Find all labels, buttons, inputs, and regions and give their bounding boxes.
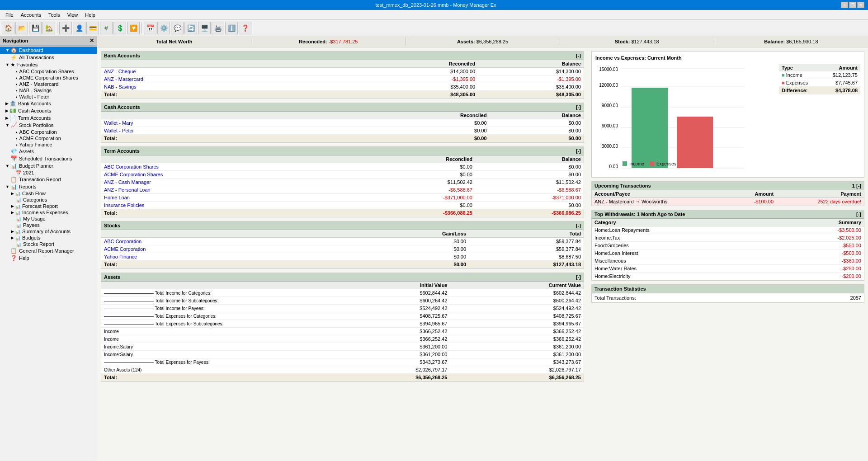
withdrawal-summary: -$550.00 [775, 242, 864, 249]
nav-item-summary-accounts[interactable]: ▶ 📊 Summary of Accounts [0, 228, 97, 235]
close-button[interactable]: ✕ [857, 2, 864, 8]
toolbar-notes-btn[interactable]: 💬 [171, 22, 184, 34]
menu-view[interactable]: View [64, 11, 82, 19]
nav-item-stocks-report[interactable]: 📊 Stocks Report [0, 241, 97, 247]
nav-item-reports[interactable]: ▼ 📊 Reports [0, 183, 97, 190]
nav-item-general-report[interactable]: 📋 General Report Manager [0, 247, 97, 254]
nav-item-help[interactable]: ❓ Help [0, 254, 97, 262]
stocks-header: Stocks [-] [101, 221, 584, 230]
nav-item-nab-savings[interactable]: ▪ NAB - Savings [0, 87, 97, 94]
nav-item-anz-mastercard[interactable]: ▪ ANZ - Mastercard [0, 81, 97, 87]
toolbar-filter-btn[interactable]: 🔽 [127, 22, 140, 34]
withdrawals-row: Income:Tax -$2,025.00 [592, 234, 864, 242]
minimize-button[interactable]: − [841, 2, 848, 8]
nav-label-wallet-peter: Wallet - Peter [19, 94, 49, 99]
cash-account-link[interactable]: Wallet - Peter [104, 128, 134, 133]
toolbar-home2-btn[interactable]: 🏡 [42, 22, 55, 34]
nav-item-income-vs-expenses[interactable]: ▶ 📊 Income vs Expenses [0, 209, 97, 216]
menu-tools[interactable]: Tools [45, 11, 64, 19]
nav-item-cash-flow[interactable]: ▶ 📊 Cash Flow [0, 190, 97, 197]
cash-account-link[interactable]: Wallet - Mary [104, 120, 133, 126]
nav-item-assets[interactable]: 💎 Assets [0, 148, 97, 155]
nav-item-transaction-report[interactable]: 📋 Transaction Report [0, 176, 97, 183]
list-icon-3: ▪ [16, 82, 18, 87]
term-accounts-collapse[interactable]: [-] [576, 148, 581, 154]
restore-button[interactable]: ❐ [849, 2, 856, 8]
stats-total-label: Total Transactions: [594, 295, 636, 301]
bank-accounts-collapse[interactable]: [-] [576, 53, 581, 58]
nav-item-stock-portfolios[interactable]: ▼ 📈 Stock Portfolios [0, 122, 97, 129]
nav-item-scheduled[interactable]: 📅 Scheduled Transactions [0, 155, 97, 162]
stocks-collapse[interactable]: [-] [576, 223, 581, 228]
toolbar-open-btn[interactable]: 📂 [15, 22, 28, 34]
nav-label-assets: Assets [19, 149, 34, 154]
nav-item-dashboard[interactable]: ▼ 🏠 Dashboard [0, 47, 97, 54]
nav-item-acme-corp[interactable]: ▪ ACME Corporation [0, 135, 97, 141]
report-icon: 📋 [10, 176, 17, 183]
nav-item-abc-corp-shares[interactable]: ▪ ABC Corporation Shares [0, 68, 97, 75]
nav-item-budget-planner[interactable]: ▼ 📊 Budget Planner [0, 162, 97, 169]
toolbar-user-btn[interactable]: 👤 [73, 22, 85, 34]
menu-bar: File Accounts Tools View Help [0, 10, 868, 20]
toolbar-categories-btn[interactable]: # [100, 22, 113, 34]
term-account-link[interactable]: ANZ - Cash Manager [104, 179, 151, 185]
nav-item-cash-accounts[interactable]: ▶ 💵 Cash Accounts [0, 107, 97, 114]
stocks-link[interactable]: Yahoo Finance [104, 254, 137, 259]
stocks-link[interactable]: ABC Corporation [104, 239, 142, 244]
term-account-link[interactable]: ANZ - Personal Loan [104, 187, 151, 193]
nav-item-forecast-report[interactable]: ▶ 📊 Forecast Report [0, 203, 97, 209]
nav-item-yahoo-finance[interactable]: ▪ Yahoo Finance [0, 141, 97, 148]
nav-item-wallet-peter[interactable]: ▪ Wallet - Peter [0, 94, 97, 100]
summary-net-worth: Total Net Worth [97, 38, 251, 45]
nav-arrow-bank: ▶ [5, 101, 9, 106]
toolbar-scheduled-btn[interactable]: 📅 [144, 22, 156, 34]
nav-close-btn[interactable]: ✕ [90, 38, 94, 44]
term-account-link[interactable]: ABC Corporation Shares [104, 164, 159, 169]
bank-accounts-data: Reconciled Balance ANZ - Cheque $14,300.… [101, 60, 584, 99]
nav-label-forecast-report: Forecast Report [22, 203, 58, 209]
nav-item-my-usage[interactable]: 📊 My Usage [0, 216, 97, 222]
term-account-link[interactable]: ACME Corporation Shares [104, 172, 163, 177]
nav-item-bank-accounts[interactable]: ▶ 🏦 Bank Accounts [0, 100, 97, 107]
nav-item-abc-corp[interactable]: ▪ ABC Corporation [0, 129, 97, 135]
term-account-link[interactable]: Insurance Policies [104, 202, 144, 208]
nav-item-payees[interactable]: 📊 Payees [0, 222, 97, 228]
withdrawals-collapse[interactable]: [-] [856, 212, 861, 217]
nav-item-acme-corp-shares[interactable]: ▪ ACME Corporation Shares [0, 75, 97, 81]
nav-item-budgets[interactable]: ▶ 📊 Budgets [0, 235, 97, 241]
svg-text:12000.00: 12000.00 [599, 83, 618, 88]
menu-help[interactable]: Help [81, 11, 99, 19]
term-account-link[interactable]: Home Loan [104, 195, 130, 200]
toolbar-transfer-btn[interactable]: 💳 [86, 22, 99, 34]
stocks-link[interactable]: ACME Corporation [104, 246, 146, 252]
menu-file[interactable]: File [2, 11, 17, 19]
menu-accounts[interactable]: Accounts [17, 11, 45, 19]
nav-item-2021[interactable]: 📅 2021 [0, 169, 97, 176]
withdrawals-row: Home:Loan Repayments -$3,500.00 [592, 226, 864, 234]
stock-icon: 📈 [10, 122, 17, 128]
toolbar-monitor-btn[interactable]: 🖥️ [198, 22, 211, 34]
upcoming-collapse[interactable]: [-] [856, 183, 861, 188]
assets-collapse[interactable]: [-] [576, 274, 581, 280]
toolbar-print-btn[interactable]: 🖨️ [212, 22, 224, 34]
toolbar-help-btn[interactable]: ❓ [239, 22, 251, 34]
toolbar-currency-btn[interactable]: 💲 [113, 22, 126, 34]
bank-account-link[interactable]: ANZ - Cheque [104, 69, 136, 74]
bank-account-link[interactable]: NAB - Savings [104, 84, 137, 89]
withdrawal-category: Home:Electricity [592, 273, 775, 280]
bank-account-link[interactable]: ANZ - Mastercard [104, 76, 143, 82]
toolbar-new-btn[interactable]: ➕ [59, 22, 72, 34]
nav-item-categories[interactable]: 📊 Categories [0, 197, 97, 203]
assets-row: Income:Salary $361,200.00 $361,200.00 [101, 343, 584, 351]
toolbar-home-btn[interactable]: 🏠 [2, 22, 14, 34]
nav-item-all-transactions[interactable]: ⚡ All Transactions [0, 54, 97, 61]
nav-label-budgets: Budgets [22, 235, 40, 240]
toolbar-info-btn[interactable]: ℹ️ [225, 22, 238, 34]
cash-accounts-collapse[interactable]: [-] [576, 104, 581, 110]
nav-item-favorites[interactable]: ▼ ★ Favorites [0, 61, 97, 68]
nav-item-term-accounts[interactable]: ▶ 📄 Term Accounts [0, 114, 97, 122]
toolbar-refresh-btn[interactable]: 🔄 [184, 22, 197, 34]
toolbar-settings-btn[interactable]: ⚙️ [157, 22, 170, 34]
toolbar-save-btn[interactable]: 💾 [29, 22, 42, 34]
cash-col-balance: Balance [490, 112, 584, 119]
